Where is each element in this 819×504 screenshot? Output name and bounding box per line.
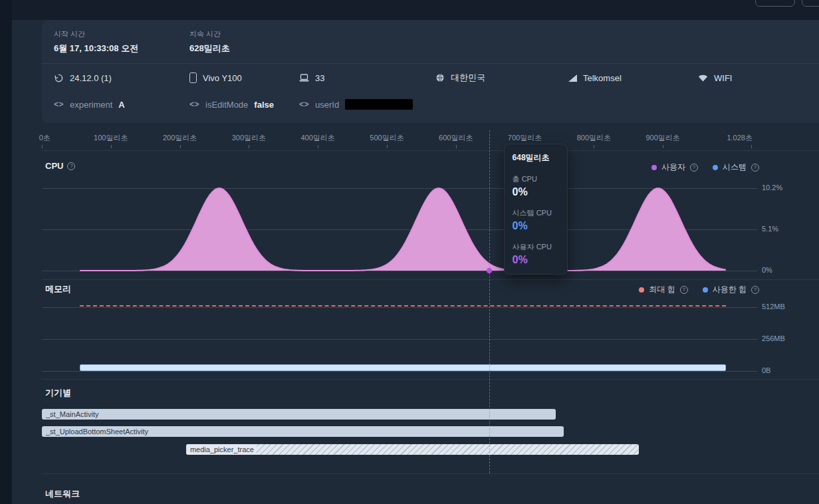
used-heap-help-icon[interactable]: ? <box>751 286 759 294</box>
tooltip-system-cpu-label: 시스템 CPU <box>513 208 559 218</box>
duration-stat: 지속 시간 628밀리초 <box>189 29 230 55</box>
cpu-section-title: CPU ? <box>45 161 75 171</box>
device-model-chip: Vivo Y100 <box>189 71 242 84</box>
carrier-value: Telkomsel <box>583 73 622 83</box>
attribute-userid: <> userId <box>299 98 413 111</box>
tooltip-total-cpu-value: 0% <box>513 186 559 198</box>
start-time-value: 6월 17, 10:33:08 오전 <box>54 43 138 55</box>
phone-icon <box>189 72 197 83</box>
system-cpu-legend-dot <box>713 165 718 170</box>
cpu-ytick-max: 10.2% <box>762 184 782 191</box>
cpu-title-text: CPU <box>45 161 63 171</box>
timeline-tick-label: 0초 <box>39 133 51 143</box>
top-right-button-1[interactable] <box>755 0 795 7</box>
cpu-help-icon[interactable]: ? <box>67 162 75 170</box>
trace-bar-st-uploadbottomsheetactivity[interactable]: _st_UploadBottomSheetActivity <box>42 426 564 437</box>
attribute-key: userId <box>315 100 339 110</box>
playhead-line[interactable] <box>489 130 490 473</box>
timeline-tick-label: 700밀리초 <box>508 133 542 143</box>
user-cpu-legend-dot <box>651 165 657 170</box>
network-section-divider <box>42 473 819 474</box>
os-level-chip: 33 <box>299 71 324 84</box>
cpu-legend: 사용자 ? 시스템 ? <box>651 162 759 173</box>
card-divider <box>42 63 819 64</box>
cpu-ytick-zero: 0% <box>762 266 772 274</box>
duration-label: 지속 시간 <box>189 29 230 39</box>
chart-tooltip: 648밀리초 총 CPU 0% 시스템 CPU 0% 사용자 CPU 0% <box>504 144 568 275</box>
timeline-tick-label: 400밀리초 <box>300 133 334 143</box>
timeline-tick-mark <box>249 145 249 148</box>
timeline-tick-mark <box>180 145 181 148</box>
laptop-icon <box>299 74 309 82</box>
timeline-tick-label: 100밀리초 <box>94 133 128 143</box>
app-version-chip: 24.12.0 (1) <box>54 71 112 84</box>
tooltip-user-cpu-value: 0% <box>513 254 559 266</box>
cpu-ytick-mid: 5.1% <box>762 225 778 233</box>
tooltip-total-cpu-label: 총 CPU <box>513 174 559 184</box>
timeline-tick-mark <box>456 145 457 148</box>
traces-section-title: 기기별 <box>45 387 71 399</box>
userid-value-redacted <box>345 99 413 110</box>
timeline-tick-mark <box>318 145 318 148</box>
user-cpu-help-icon[interactable]: ? <box>690 164 698 172</box>
cpu-cursor-dot <box>487 268 492 273</box>
code-brackets-icon: <> <box>189 100 199 109</box>
timeline-tick-mark <box>663 145 663 148</box>
attribute-key: experiment <box>70 100 112 110</box>
trace-label: media_picker_trace <box>186 444 257 455</box>
attribute-key: isEditMode <box>205 100 248 110</box>
carrier-chip: Telkomsel <box>568 71 622 84</box>
timeline-tick-mark <box>42 145 43 148</box>
timeline-tick-label: 200밀리초 <box>163 133 197 143</box>
start-time-stat: 시작 시간 6월 17, 10:33:08 오전 <box>54 29 138 55</box>
memory-ytick-mid: 256MB <box>762 334 785 342</box>
attribute-value: false <box>254 100 274 110</box>
used-heap-band[interactable] <box>80 364 726 371</box>
timeline-ruler[interactable]: 0초100밀리초200밀리초300밀리초400밀리초500밀리초600밀리초70… <box>12 128 819 150</box>
network-title-text: 네트워크 <box>45 488 80 500</box>
os-level-value: 33 <box>315 73 324 83</box>
top-right-button-2[interactable] <box>802 0 819 7</box>
attribute-experiment: <> experiment A <box>54 98 125 111</box>
start-time-label: 시작 시간 <box>54 29 138 39</box>
signal-icon <box>568 74 577 82</box>
duration-value: 628밀리초 <box>189 43 230 55</box>
used-heap-legend-dot <box>703 287 708 293</box>
version-history-icon <box>54 73 64 83</box>
max-heap-help-icon[interactable]: ? <box>680 286 688 294</box>
connection-value: WIFI <box>714 73 732 83</box>
trace-label: _st_UploadBottomSheetActivity <box>42 426 151 437</box>
memory-title-text: 메모리 <box>45 283 71 295</box>
timeline-tick-label: 300밀리초 <box>232 133 266 143</box>
wifi-icon <box>698 74 708 82</box>
used-heap-legend-label: 사용한 힙 <box>713 284 747 295</box>
memory-legend: 최대 힙 ? 사용한 힙 ? <box>639 284 759 295</box>
code-brackets-icon: <> <box>299 100 309 109</box>
trace-bar-st-mainactivity[interactable]: _st_MainActivity <box>42 409 556 420</box>
cpu-area-chart[interactable] <box>42 182 751 275</box>
attribute-iseditmode: <> isEditMode false <box>189 98 274 111</box>
country-chip: 대한민국 <box>435 71 485 84</box>
memory-gridline-top <box>42 307 757 308</box>
app-version-value: 24.12.0 (1) <box>70 73 112 83</box>
max-heap-legend-dot <box>639 287 644 293</box>
timeline-tick-mark <box>751 145 752 148</box>
performance-trace-screen: 시작 시간 6월 17, 10:33:08 오전 지속 시간 628밀리초 24… <box>0 0 819 504</box>
trace-label: _st_MainActivity <box>42 409 101 420</box>
system-cpu-legend-label: 시스템 <box>723 162 747 173</box>
system-cpu-help-icon[interactable]: ? <box>751 164 759 172</box>
timeline-tick-label: 1.028초 <box>727 133 753 143</box>
trace-bar-media-picker-trace[interactable]: media_picker_trace <box>186 444 639 455</box>
memory-ytick-zero: 0B <box>762 366 770 374</box>
timeline-tick-mark <box>594 145 594 148</box>
user-cpu-legend-label: 사용자 <box>661 162 685 173</box>
left-edge-panel <box>0 0 12 504</box>
tooltip-user-cpu-label: 사용자 CPU <box>513 242 559 252</box>
session-summary-card: 시작 시간 6월 17, 10:33:08 오전 지속 시간 628밀리초 24… <box>42 20 819 123</box>
max-heap-dashed-line <box>80 305 726 307</box>
memory-gridline-mid <box>42 339 757 340</box>
timeline-tick-label: 900밀리초 <box>645 133 679 143</box>
globe-icon <box>435 73 445 82</box>
tooltip-time: 648밀리초 <box>513 152 559 164</box>
timeline-tick-mark <box>111 145 112 148</box>
